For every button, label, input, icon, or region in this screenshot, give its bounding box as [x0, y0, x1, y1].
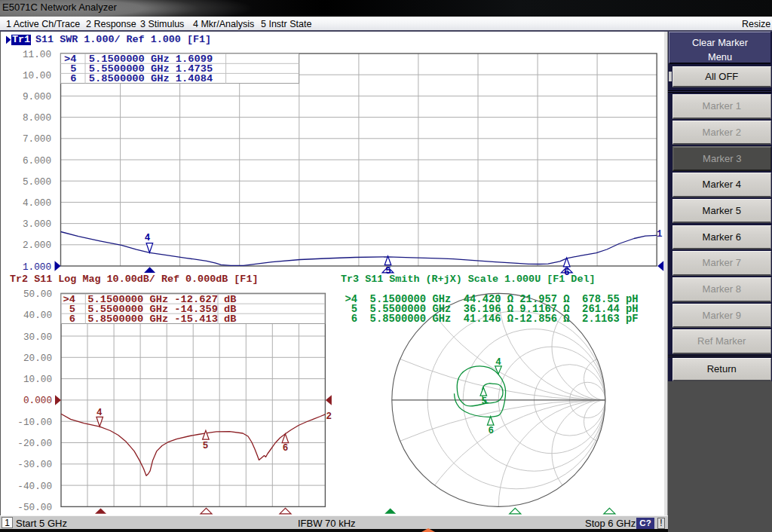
svg-text:10.00: 10.00 [23, 374, 52, 385]
svg-text:5.000: 5.000 [23, 176, 51, 188]
svg-text:7.000: 7.000 [23, 133, 51, 145]
svg-text:8.000: 8.000 [23, 112, 51, 124]
svg-text:1: 1 [657, 229, 663, 240]
svg-text:4: 4 [495, 357, 501, 368]
svg-text:11.00: 11.00 [23, 49, 51, 60]
svg-text:30.00: 30.00 [23, 332, 52, 343]
svg-text:2: 2 [326, 411, 332, 422]
svg-text:4.000: 4.000 [23, 197, 51, 209]
svg-text:2.000: 2.000 [23, 240, 51, 251]
svg-text:4: 4 [96, 408, 103, 418]
svg-text:10.00: 10.00 [23, 70, 51, 81]
svg-text:0.000: 0.000 [23, 395, 52, 406]
svg-text:-30.00: -30.00 [17, 459, 52, 470]
svg-text:-10.00: -10.00 [17, 417, 52, 428]
svg-text:4: 4 [145, 233, 151, 243]
svg-text:6.000: 6.000 [23, 155, 51, 167]
svg-text:-40.00: -40.00 [17, 481, 52, 492]
svg-text:9.000: 9.000 [23, 91, 51, 102]
svg-text:1.000: 1.000 [23, 261, 51, 273]
svg-text:5: 5 [482, 396, 488, 407]
svg-text:-20.00: -20.00 [17, 438, 52, 449]
svg-text:6: 6 [283, 443, 289, 454]
svg-text:40.00: 40.00 [23, 310, 52, 321]
svg-text:50.00: 50.00 [23, 289, 52, 300]
svg-text:20.00: 20.00 [23, 353, 52, 364]
svg-text:-50.00: -50.00 [17, 502, 52, 513]
svg-text:6: 6 [488, 426, 494, 436]
svg-text:5: 5 [203, 441, 209, 451]
svg-text:3.000: 3.000 [23, 219, 51, 230]
